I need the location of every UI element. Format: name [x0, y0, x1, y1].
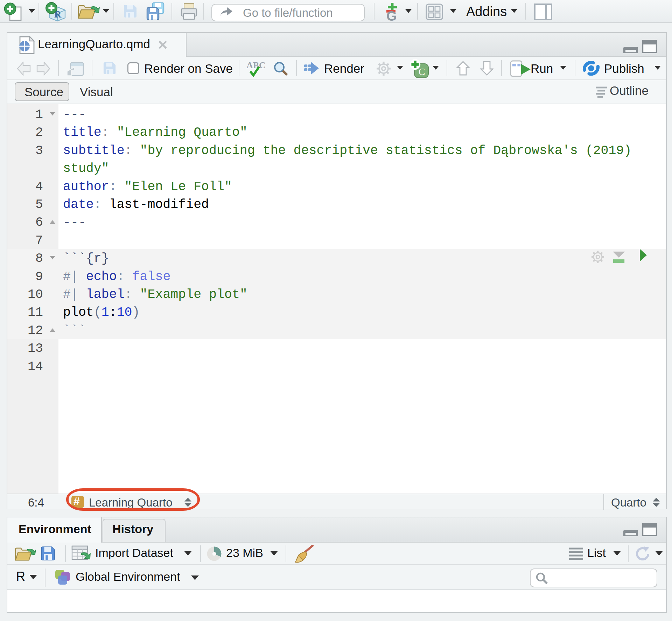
svg-text:C: C: [419, 66, 425, 77]
svg-text:ABC: ABC: [246, 60, 265, 70]
svg-text:G: G: [386, 9, 397, 21]
